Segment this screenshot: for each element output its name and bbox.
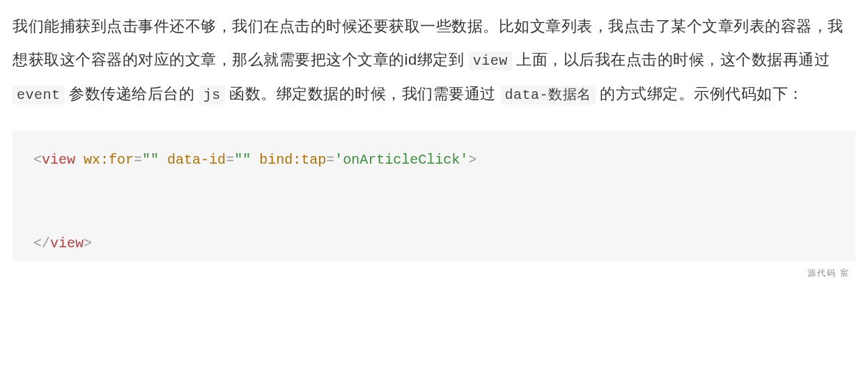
- code-gt: >: [468, 152, 476, 168]
- code-val1: "": [142, 152, 159, 168]
- code-tag-close: view: [50, 235, 84, 251]
- code-tag-open: view: [42, 152, 75, 168]
- inline-code-data: data-数据名: [501, 86, 596, 104]
- code-block: <view wx:for="" data-id="" bind:tap='onA…: [13, 130, 855, 261]
- code-val3: 'onArticleClick': [334, 152, 468, 168]
- code-punct: <: [33, 152, 42, 168]
- code-val2: "": [234, 152, 251, 168]
- code-attr-wxfor: wx:for: [84, 152, 134, 168]
- inline-code-event: event: [13, 86, 65, 104]
- code-eq: =: [226, 152, 234, 168]
- inline-code-view: view: [469, 52, 512, 70]
- code-eq: =: [326, 152, 334, 168]
- code-close-gt: >: [84, 235, 92, 251]
- para-text-5: 的方式绑定。示例代码如下：: [596, 85, 804, 102]
- para-text-2: 上面，以后我在点击的时候，这个数据再通过: [512, 51, 830, 68]
- para-text-4: 函数。绑定数据的时候，我们需要通过: [225, 85, 501, 102]
- code-space: [251, 152, 259, 168]
- inline-code-js: js: [199, 86, 225, 104]
- code-eq: =: [134, 152, 142, 168]
- footer-watermark: 源代码 宸: [13, 264, 855, 282]
- code-space: [75, 152, 84, 168]
- code-space: [159, 152, 167, 168]
- code-attr-bindtap: bind:tap: [259, 152, 326, 168]
- code-close-lt: </: [33, 235, 50, 251]
- para-text-3: 参数传递给后台的: [65, 85, 199, 102]
- explanation-paragraph: 我们能捕获到点击事件还不够，我们在点击的时候还要获取一些数据。比如文章列表，我点…: [13, 10, 855, 111]
- code-attr-dataid: data-id: [167, 152, 226, 168]
